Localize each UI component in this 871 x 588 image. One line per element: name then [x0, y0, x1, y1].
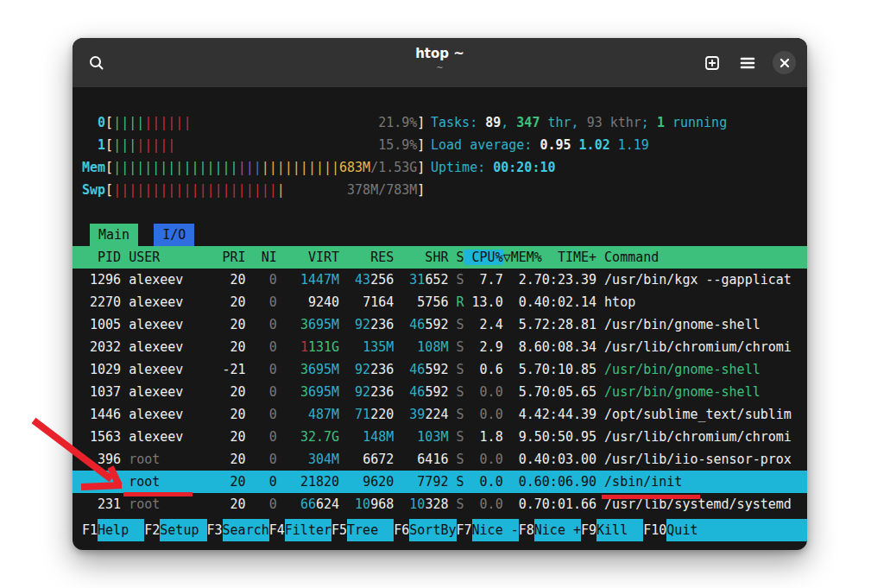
process-row-2032[interactable]: 2032 alexeev 20 0 1131G 135M 108M S 2.9 … [73, 336, 807, 358]
function-key-bar: F1Help F2Setup F3SearchF4FilterF5Tree F6… [73, 519, 807, 541]
search-icon [88, 54, 105, 72]
fnkey-tree[interactable]: F5Tree [331, 519, 394, 541]
close-button[interactable] [773, 51, 796, 74]
new-tab-button[interactable] [702, 53, 723, 73]
window-title: htop ~ [73, 46, 807, 61]
menu-icon [740, 56, 755, 70]
window-subtitle: ~ [73, 63, 807, 73]
sort-column-cpu[interactable]: CPU% [464, 250, 503, 265]
fnkey-search[interactable]: F3Search [207, 519, 269, 541]
htop-header-area: 0[|||||||||| 21.9%] 1[|||||||| 15.9%]Mem… [73, 111, 807, 201]
process-row-1005[interactable]: 1005 alexeev 20 0 3695M 92236 46592 S 2.… [73, 313, 807, 336]
meter-swp: Swp[|||||||||||||||||||||| 378M/783M] [73, 179, 425, 201]
process-row-1296[interactable]: 1296 alexeev 20 0 1447M 43256 31652 S 7.… [73, 269, 807, 291]
meters: 0[|||||||||| 21.9%] 1[|||||||| 15.9%]Mem… [73, 111, 425, 201]
tab-main[interactable]: Main [90, 224, 138, 246]
info-line-2: Uptime: 00:20:10 [425, 156, 807, 179]
process-table: 1296 alexeev 20 0 1447M 43256 31652 S 7.… [73, 269, 807, 515]
system-info: Tasks: 89, 347 thr, 93 kthr; 1 runningLo… [425, 111, 807, 201]
close-icon [779, 58, 790, 68]
fnkey-nice-[interactable]: F7Nice - [457, 519, 519, 541]
fnkey-help[interactable]: F1Help [82, 519, 144, 541]
process-row-1029[interactable]: 1029 alexeev -21 0 3695M 92236 46592 S 0… [73, 358, 807, 381]
new-tab-icon [704, 54, 721, 72]
titlebar: htop ~ ~ [73, 38, 807, 87]
process-row-1[interactable]: 1 root 20 0 21820 9620 7792 S 0.0 0.60:0… [73, 471, 807, 493]
window-controls [702, 51, 796, 74]
screen-tabs: MainI/O [73, 224, 807, 246]
terminal: 0[|||||||||| 21.9%] 1[|||||||| 15.9%]Mem… [73, 87, 807, 550]
info-line-1: Load average: 0.95 1.02 1.19 [425, 134, 807, 156]
tab-i-o[interactable]: I/O [154, 224, 194, 246]
process-row-1037[interactable]: 1037 alexeev 20 0 3695M 92236 46592 S 0.… [73, 381, 807, 403]
blank-line [73, 201, 807, 224]
meter-1: 1[|||||||| 15.9%] [73, 134, 425, 156]
fnkey-nice-[interactable]: F8Nice + [519, 519, 581, 541]
console-window: htop ~ ~ [73, 38, 807, 550]
process-row-231[interactable]: 231 root 20 0 66624 10968 10328 S 0.0 0.… [73, 493, 807, 515]
process-row-396[interactable]: 396 root 20 0 304M 6672 6416 S 0.0 0.40:… [73, 448, 807, 471]
meter-mem: Mem[|||||||||||||||||||||||||||||683M/1.… [73, 156, 425, 179]
table-header[interactable]: PID USER PRI NI VIRT RES SHR S CPU%▽MEM%… [73, 246, 807, 269]
title-block: htop ~ ~ [73, 46, 807, 73]
fnkey-filter[interactable]: F4Filter [269, 519, 331, 541]
process-row-1563[interactable]: 1563 alexeev 20 0 32.7G 148M 103M S 1.8 … [73, 426, 807, 448]
meter-0: 0[|||||||||| 21.9%] [73, 111, 425, 134]
process-row-1446[interactable]: 1446 alexeev 20 0 487M 71220 39224 S 0.0… [73, 403, 807, 426]
info-line-0: Tasks: 89, 347 thr, 93 kthr; 1 running [425, 111, 807, 134]
process-row-2270[interactable]: 2270 alexeev 20 0 9240 7164 5756 R 13.0 … [73, 291, 807, 313]
fnkey-kill[interactable]: F9Kill [581, 519, 643, 541]
fnkey-quit[interactable]: F10Quit [643, 519, 807, 541]
fnkey-setup[interactable]: F2Setup [144, 519, 206, 541]
fnkey-sortby[interactable]: F6SortBy [394, 519, 456, 541]
search-button[interactable] [86, 53, 107, 73]
menu-button[interactable] [737, 53, 758, 73]
